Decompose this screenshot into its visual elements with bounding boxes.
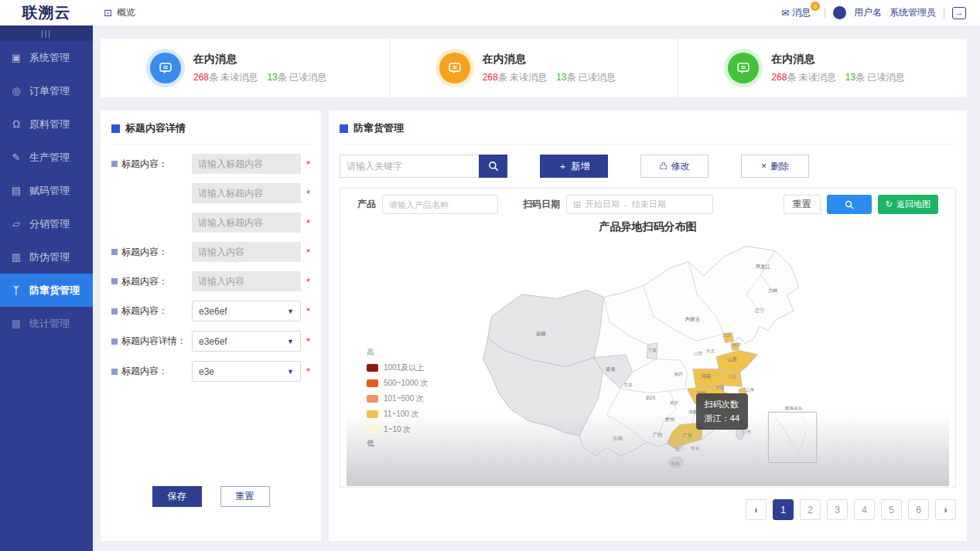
legend-swatch — [367, 426, 378, 434]
province-label: 山东 — [727, 356, 737, 362]
map-reset-button[interactable]: 重置 — [784, 195, 821, 214]
chat-bubble-icon — [439, 53, 470, 83]
back-to-map-button[interactable]: ↻ 返回地图 — [878, 195, 938, 214]
product-input[interactable] — [382, 195, 498, 214]
field-label-text: 标题内容： — [121, 275, 168, 288]
read-count: 13 — [845, 72, 855, 83]
read-label: 条 已读消息 — [566, 72, 615, 83]
search-icon — [844, 199, 855, 210]
form-row: 标题内容：e3e▼* — [111, 361, 310, 382]
message-card-title: 在内消息 — [483, 53, 616, 66]
message-card-counts: 268条 未读消息 13条 已读消息 — [483, 71, 616, 84]
logout-icon[interactable]: → — [952, 7, 966, 19]
sidebar-collapse-button[interactable]: ||| — [0, 26, 93, 41]
pagination-page-4[interactable]: 4 — [854, 499, 875, 520]
province-label: 河北 — [706, 349, 715, 354]
sidebar-item-生产管理[interactable]: ✎生产管理 — [0, 141, 93, 174]
legend-label: 1001及以上 — [384, 362, 424, 373]
date-range-picker[interactable]: ⊞ 开始日期 - 结束日期 — [566, 195, 713, 214]
topbar-right: ✉ 消息 0 用户名 系统管理员 → — [781, 6, 966, 19]
pagination-prev-button[interactable]: ‹ — [746, 499, 767, 520]
text-input[interactable]: 请输入标题内容 — [192, 183, 301, 203]
province-label: 重庆 — [670, 400, 679, 405]
field-bullet-icon — [111, 161, 118, 167]
pagination-page-6[interactable]: 6 — [908, 499, 929, 520]
select-input[interactable]: e3e6ef▼ — [192, 331, 301, 352]
sidebar-item-订单管理[interactable]: ◎订单管理 — [0, 74, 93, 107]
unread-label: 条 未读消息 — [787, 72, 845, 83]
text-input[interactable]: 请输入标题内容 — [192, 154, 301, 174]
china-map[interactable]: 新疆内蒙古黑龙江吉林辽宁北京天津山西河北宁夏青海甘肃陕西山东河南江苏安徽上海湖北… — [347, 229, 949, 486]
delete-button[interactable]: × 删除 — [741, 155, 809, 178]
unread-count: 268 — [483, 72, 498, 83]
modify-button[interactable]: 凸 修改 — [640, 155, 709, 178]
field-bullet-icon — [111, 308, 118, 315]
pagination-next-button[interactable]: › — [935, 499, 956, 520]
legend-swatch — [367, 379, 378, 387]
save-button[interactable]: 保存 — [152, 486, 202, 507]
unread-label: 条 未读消息 — [209, 72, 267, 83]
sidebar-item-label: 防窜货管理 — [29, 284, 80, 298]
sidebar-item-label: 系统管理 — [29, 51, 70, 65]
date-separator: - — [624, 200, 627, 209]
unread-count: 268 — [771, 72, 787, 83]
province-label: 香港 — [691, 446, 700, 451]
legend-label: 11~100 次 — [384, 409, 419, 420]
province-label: 广西 — [653, 432, 663, 438]
map-legend: 高 1001及以上500~1000 次101~500 次11~100 次1~10… — [367, 347, 429, 449]
sidebar-item-赋码管理[interactable]: ▤赋码管理 — [0, 174, 93, 207]
form-panel: 标题内容详情 标题内容：请输入标题内容*请输入标题内容*请输入标题内容*标题内容… — [101, 111, 321, 541]
sidebar-item-防伪管理[interactable]: ▥防伪管理 — [0, 240, 93, 274]
sidebar-item-系统管理[interactable]: ▣系统管理 — [0, 41, 93, 74]
sidebar-item-防窜货管理[interactable]: ᛉ防窜货管理 — [0, 274, 93, 307]
divider — [825, 8, 825, 19]
legend-label: 1~10 次 — [384, 424, 411, 435]
reset-button[interactable]: 重置 — [220, 486, 270, 507]
text-input[interactable]: 请输入标题内容 — [192, 213, 301, 233]
required-asterisk: * — [306, 217, 310, 229]
brand-logo: 联溯云 — [0, 0, 93, 26]
add-button[interactable]: ＋ 新增 — [540, 155, 608, 178]
field-label-text: 标题内容： — [121, 158, 168, 171]
form-panel-header: 标题内容详情 — [111, 121, 310, 145]
field-bullet-icon — [111, 338, 118, 345]
sidebar-item-label: 防伪管理 — [29, 250, 70, 264]
pagination-page-1[interactable]: 1 — [773, 499, 794, 520]
sidebar-item-统计管理[interactable]: ▦统计管理 — [0, 307, 93, 340]
field-bullet-icon — [111, 369, 118, 375]
field-label-text: 标题内容： — [121, 304, 168, 318]
map-toolbar: 产品 扫码日期 ⊞ 开始日期 - 结束日期 重置 ↻ 返回地图 — [340, 189, 955, 214]
tooltip-title: 扫码次数 — [705, 398, 739, 412]
select-input[interactable]: e3e▼ — [192, 361, 301, 382]
text-input[interactable]: 请输入内容 — [192, 271, 301, 291]
keyword-input[interactable] — [340, 155, 479, 178]
field-bullet-icon — [111, 249, 118, 255]
field-label: 标题内容： — [111, 365, 192, 378]
province-label: 江苏 — [728, 374, 737, 379]
legend-swatch — [367, 395, 378, 403]
pagination-page-5[interactable]: 5 — [881, 499, 902, 520]
form-rows: 标题内容：请输入标题内容*请输入标题内容*请输入标题内容*标题内容：请输入内容*… — [111, 154, 310, 382]
select-input[interactable]: e3e6ef▼ — [192, 301, 301, 321]
order-icon: ◎ — [10, 85, 22, 97]
sidebar-item-label: 统计管理 — [29, 317, 70, 331]
map-container: 产品 扫码日期 ⊞ 开始日期 - 结束日期 重置 ↻ 返回地图 产品异地扫码分布… — [340, 188, 956, 488]
export-icon: 凸 — [660, 161, 668, 172]
section-marker-icon — [340, 124, 348, 133]
pagination-page-2[interactable]: 2 — [800, 499, 821, 520]
main-panel-title: 防窜货管理 — [353, 121, 404, 135]
required-asterisk: * — [306, 366, 310, 377]
province-label: 宁夏 — [648, 348, 657, 353]
province-label: 天津 — [732, 342, 742, 348]
text-input[interactable]: 请输入内容 — [192, 242, 301, 262]
legend-items: 1001及以上500~1000 次101~500 次11~100 次1~10 次 — [367, 362, 429, 435]
sidebar-item-原料管理[interactable]: Ω原料管理 — [0, 107, 93, 141]
search-button[interactable] — [479, 155, 507, 178]
username[interactable]: 用户名 — [854, 6, 882, 19]
avatar[interactable] — [833, 6, 846, 19]
messages-button[interactable]: ✉ 消息 0 — [781, 6, 811, 19]
breadcrumb[interactable]: ⊡ 概览 — [104, 6, 135, 19]
sidebar-item-分销管理[interactable]: ▱分销管理 — [0, 207, 93, 240]
map-search-button[interactable] — [827, 195, 872, 214]
pagination-page-3[interactable]: 3 — [827, 499, 848, 520]
